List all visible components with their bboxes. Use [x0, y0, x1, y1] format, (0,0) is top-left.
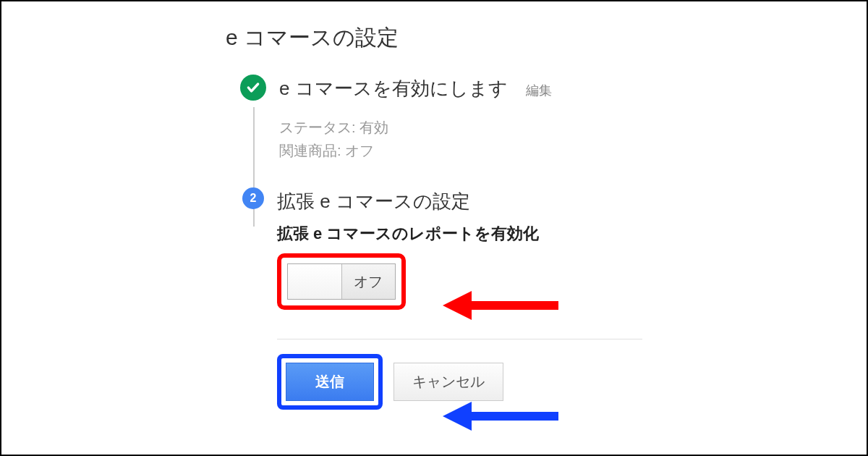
step-2-subtitle: 拡張 e コマースのレポートを有効化 [277, 223, 642, 245]
svg-marker-3 [443, 402, 472, 431]
submit-highlight: 送信 [277, 354, 383, 410]
status-label: ステータス: [279, 119, 356, 135]
step-1: e コマースを有効にします 編集 ステータス: 有効 関連商品: オフ [240, 75, 642, 162]
related-value: オフ [345, 143, 374, 159]
related-label: 関連商品: [279, 143, 341, 159]
edit-link[interactable]: 編集 [526, 82, 552, 99]
cancel-button[interactable]: キャンセル [393, 363, 503, 401]
toggle-off-side: オフ [342, 264, 396, 299]
annotation-arrow-blue-icon [443, 398, 558, 434]
checkmark-icon [240, 75, 266, 101]
status-value: 有効 [359, 119, 388, 135]
step-number-icon: 2 [242, 187, 264, 209]
step-2-title: 拡張 e コマースの設定 [277, 189, 642, 214]
toggle-highlight: オフ [277, 253, 406, 310]
enhanced-ecommerce-toggle[interactable]: オフ [287, 263, 396, 300]
annotation-arrow-red-icon [443, 287, 558, 324]
svg-marker-1 [443, 291, 472, 320]
toggle-on-side [288, 264, 342, 299]
divider [277, 339, 642, 339]
step-1-title: e コマースを有効にします [279, 76, 508, 101]
step-1-details: ステータス: 有効 関連商品: オフ [279, 116, 642, 162]
submit-button[interactable]: 送信 [286, 363, 374, 401]
page-title: e コマースの設定 [226, 23, 642, 53]
step-2: 2 拡張 e コマースの設定 拡張 e コマースのレポートを有効化 オフ 送信 … [240, 187, 642, 410]
